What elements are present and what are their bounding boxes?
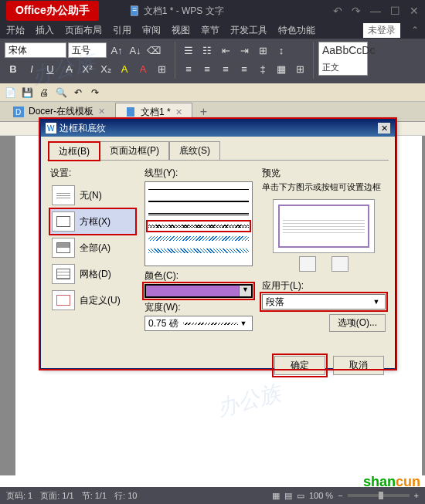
menu-features[interactable]: 特色功能 bbox=[278, 24, 315, 37]
border-icon[interactable]: ⊞ bbox=[291, 60, 308, 77]
border-right-button[interactable] bbox=[332, 256, 348, 272]
menu-start[interactable]: 开始 bbox=[6, 24, 25, 37]
options-button[interactable]: 选项(O)... bbox=[329, 314, 386, 332]
tab-close-icon[interactable]: ✕ bbox=[175, 107, 182, 117]
underline-button[interactable]: U bbox=[42, 60, 59, 77]
highlight-button[interactable]: A bbox=[116, 60, 133, 77]
setting-custom[interactable]: 自定义(U) bbox=[50, 288, 135, 313]
color-select[interactable]: ▼ bbox=[144, 284, 253, 298]
menu-section[interactable]: 章节 bbox=[201, 24, 219, 37]
maximize-button[interactable]: ☐ bbox=[390, 5, 400, 17]
custom-icon bbox=[52, 290, 75, 310]
setting-grid[interactable]: 网格(D) bbox=[50, 262, 135, 286]
line-style-item[interactable] bbox=[148, 247, 249, 255]
zoom-value[interactable]: 100 % bbox=[309, 491, 333, 500]
status-line[interactable]: 行: 10 bbox=[114, 490, 137, 502]
line-spacing-icon[interactable]: ‡ bbox=[254, 60, 271, 77]
shading-icon[interactable]: ▦ bbox=[273, 60, 290, 77]
dropdown-icon: ▼ bbox=[238, 320, 249, 327]
font-group: 宋体 五号 A↑ A↓ ⌫ B I U A̶ X² X₂ A A ⊞ bbox=[5, 42, 170, 80]
ok-button[interactable]: 确定 bbox=[274, 356, 325, 375]
wps-doc-icon bbox=[130, 5, 141, 16]
text-direction-icon[interactable]: ↕ bbox=[273, 42, 290, 59]
dialog-close-button[interactable]: ✕ bbox=[378, 123, 390, 134]
view-mode-icon[interactable]: ▭ bbox=[297, 491, 304, 501]
view-mode-icon[interactable]: ▤ bbox=[284, 491, 292, 501]
apply-to-select[interactable]: 段落 ▼ bbox=[262, 294, 386, 310]
close-button[interactable]: ✕ bbox=[410, 5, 419, 17]
width-select[interactable]: 0.75 磅 ▼ bbox=[144, 316, 253, 331]
font-size-select[interactable]: 五号 bbox=[68, 42, 107, 58]
dialog-titlebar[interactable]: W 边框和底纹 ✕ bbox=[41, 120, 395, 137]
login-status[interactable]: 未登录 bbox=[363, 23, 400, 38]
line-style-wave[interactable] bbox=[148, 222, 249, 230]
style-preview[interactable]: AaBbCcDc 正文 bbox=[318, 42, 368, 76]
new-doc-icon[interactable]: 📄 bbox=[3, 86, 17, 100]
cancel-button[interactable]: 取消 bbox=[333, 356, 384, 375]
subscript-button[interactable]: X₂ bbox=[97, 60, 114, 77]
print-preview-icon[interactable]: 🔍 bbox=[54, 86, 68, 100]
char-border-button[interactable]: ⊞ bbox=[153, 60, 170, 77]
bold-button[interactable]: B bbox=[5, 60, 22, 77]
tab-shading[interactable]: 底纹(S) bbox=[169, 141, 220, 160]
italic-button[interactable]: I bbox=[23, 60, 40, 77]
preview-box[interactable] bbox=[273, 199, 375, 253]
tab-document1[interactable]: 文档1 * ✕ bbox=[115, 103, 192, 121]
undo-icon[interactable]: ↶ bbox=[71, 86, 85, 100]
number-list-icon[interactable]: ☷ bbox=[199, 42, 216, 59]
tab-border[interactable]: 边框(B) bbox=[49, 142, 100, 161]
align-left-icon[interactable]: ≡ bbox=[180, 60, 197, 77]
new-tab-button[interactable]: + bbox=[196, 105, 212, 119]
menu-layout[interactable]: 页面布局 bbox=[65, 24, 102, 37]
setting-all[interactable]: 全部(A) bbox=[50, 235, 135, 260]
undo-icon[interactable]: ↶ bbox=[333, 5, 342, 17]
align-center-icon[interactable]: ≡ bbox=[199, 60, 216, 77]
svg-rect-1 bbox=[132, 8, 136, 9]
view-mode-icon[interactable]: ▦ bbox=[272, 491, 280, 501]
font-color-button[interactable]: A bbox=[134, 60, 151, 77]
window-controls: ↶ ↷ — ☐ ✕ bbox=[333, 5, 419, 17]
line-style-item[interactable] bbox=[148, 198, 249, 205]
zoom-slider[interactable] bbox=[348, 494, 410, 497]
font-name-select[interactable]: 宋体 bbox=[5, 42, 66, 58]
line-style-item[interactable] bbox=[148, 210, 249, 218]
line-style-item[interactable] bbox=[148, 185, 249, 193]
justify-icon[interactable]: ≡ bbox=[236, 60, 253, 77]
minimize-button[interactable]: — bbox=[370, 5, 381, 17]
redo-icon[interactable]: ↷ bbox=[88, 86, 102, 100]
tab-close-icon[interactable]: ✕ bbox=[98, 107, 105, 117]
zoom-out-button[interactable]: − bbox=[338, 491, 342, 500]
menu-reference[interactable]: 引用 bbox=[113, 24, 131, 37]
tab-icon[interactable]: ⊞ bbox=[254, 42, 271, 59]
decrease-font-icon[interactable]: A↓ bbox=[127, 42, 144, 59]
increase-font-icon[interactable]: A↑ bbox=[108, 42, 125, 59]
menu-insert[interactable]: 插入 bbox=[36, 24, 54, 37]
print-icon[interactable]: 🖨 bbox=[37, 86, 51, 100]
clear-format-icon[interactable]: ⌫ bbox=[145, 42, 162, 59]
redo-icon[interactable]: ↷ bbox=[352, 5, 361, 17]
ribbon-divider bbox=[313, 42, 314, 79]
menu-chevron-icon[interactable]: ⌃ bbox=[411, 25, 419, 36]
menu-devtools[interactable]: 开发工具 bbox=[230, 24, 267, 37]
zoom-in-button[interactable]: + bbox=[414, 491, 419, 500]
menu-review[interactable]: 审阅 bbox=[142, 24, 161, 37]
save-icon[interactable]: 💾 bbox=[20, 86, 34, 100]
bullet-list-icon[interactable]: ☰ bbox=[180, 42, 197, 59]
align-right-icon[interactable]: ≡ bbox=[217, 60, 234, 77]
border-left-button[interactable] bbox=[299, 256, 316, 272]
status-page[interactable]: 页码: 1 bbox=[6, 490, 32, 502]
superscript-button[interactable]: X² bbox=[79, 60, 96, 77]
increase-indent-icon[interactable]: ⇥ bbox=[236, 42, 253, 59]
tab-page-border[interactable]: 页面边框(P) bbox=[100, 141, 169, 160]
status-section[interactable]: 节: 1/1 bbox=[82, 490, 107, 502]
setting-none[interactable]: 无(N) bbox=[50, 183, 135, 208]
all-icon bbox=[52, 238, 75, 258]
line-style-item[interactable] bbox=[148, 235, 249, 242]
decrease-indent-icon[interactable]: ⇤ bbox=[217, 42, 234, 59]
menu-view[interactable]: 视图 bbox=[172, 24, 190, 37]
ribbon: 宋体 五号 A↑ A↓ ⌫ B I U A̶ X² X₂ A A ⊞ ☰ ☷ ⇤… bbox=[0, 39, 425, 83]
setting-box[interactable]: 方框(X) bbox=[50, 209, 135, 234]
strikethrough-button[interactable]: A̶ bbox=[60, 60, 77, 77]
status-pages[interactable]: 页面: 1/1 bbox=[40, 490, 73, 502]
line-style-list[interactable] bbox=[144, 181, 253, 266]
